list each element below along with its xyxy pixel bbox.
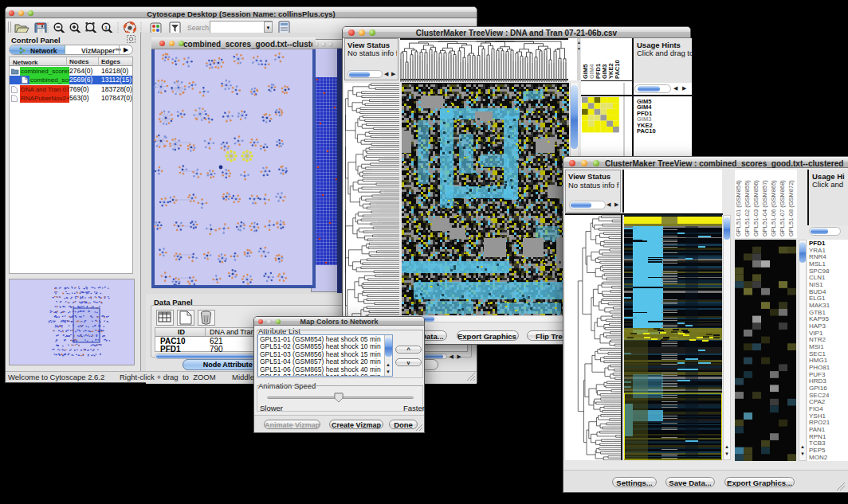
svg-text:1: 1 <box>104 25 107 30</box>
